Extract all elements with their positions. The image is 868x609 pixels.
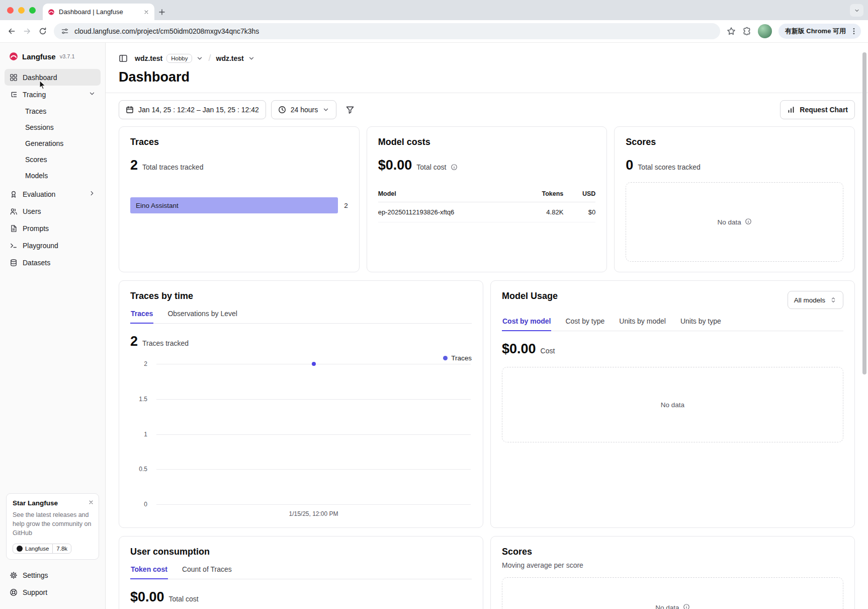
tab-units-by-type[interactable]: Units by type [680,317,722,331]
sidebar-item-evaluation[interactable]: Evaluation [5,186,101,202]
extensions-button[interactable] [742,27,751,36]
window-controls [0,0,43,20]
org-name[interactable]: wdz.test [135,54,162,62]
tab-count-of-traces[interactable]: Count of Traces [182,565,232,579]
model-usage-tabs: Cost by model Cost by type Units by mode… [502,317,843,331]
evaluation-icon [10,190,18,198]
tab-search-button[interactable] [850,4,863,17]
reload-button[interactable] [38,27,47,36]
minimize-window-button[interactable] [18,7,25,14]
sidebar-item-tracing[interactable]: Tracing [5,86,101,103]
chevron-down-icon[interactable] [248,55,255,62]
breadcrumb-separator: / [207,53,212,63]
chart-y-axis: 00.511.52 [130,364,152,504]
card-title: Traces by time [130,291,472,301]
sidebar-item-generations[interactable]: Generations [5,135,101,151]
github-star-button[interactable]: Langfuse 7.8k [13,544,71,554]
tracing-icon [10,91,18,99]
chrome-update-label: 有新版 Chrome 可用 [785,27,846,36]
back-arrow-icon [7,27,16,36]
model-usage-card: Model Usage All models Cost by model Cos… [490,280,855,528]
sidebar-item-label: Scores [25,156,47,164]
page-title: Dashboard [106,63,868,85]
sidebar-item-dashboard[interactable]: Dashboard [5,69,101,86]
sidebar-item-support[interactable]: Support [5,584,101,600]
user-consumption-card: User consumption Token cost Count of Tra… [119,536,483,609]
model-costs-card: Model costs $0.00 Total cost Model Token… [367,126,607,272]
trace-name-bar-row: Eino Assistant 2 [130,197,348,213]
promo-title: Star Langfuse [13,499,93,507]
sidebar-toggle-button[interactable] [119,54,128,63]
tab-cost-by-type[interactable]: Cost by type [565,317,605,331]
browser-menu-button[interactable] [850,27,858,35]
plan-badge: Hobby [166,54,192,63]
sidebar-item-models[interactable]: Models [5,168,101,183]
column-header: Tokens [517,190,563,202]
chrome-update-chip[interactable]: 有新版 Chrome 可用 [778,24,861,39]
sidebar-item-scores[interactable]: Scores [5,151,101,167]
filter-button[interactable] [341,100,359,119]
sidebar-item-traces[interactable]: Traces [5,103,101,119]
sidebar-item-label: Datasets [23,259,50,267]
scores-caption: Total scores tracked [638,163,701,171]
sidebar-item-datasets[interactable]: Datasets [5,254,101,271]
time-window-dropdown[interactable]: 24 hours [271,100,336,119]
usd-cell: $0 [563,202,595,222]
card-title: Traces [130,137,348,147]
sidebar-item-settings[interactable]: Settings [5,567,101,583]
close-window-button[interactable] [7,7,14,14]
time-window-value: 24 hours [291,106,318,114]
scores-card: Scores 0 Total scores tracked No data [614,126,855,272]
sidebar-item-prompts[interactable]: Prompts [5,220,101,237]
table-row[interactable]: ep-20250112193826-xftq6 4.82K $0 [378,202,596,222]
sidebar-item-playground[interactable]: Playground [5,237,101,254]
request-chart-button[interactable]: Request Chart [780,100,855,119]
tab-observations-by-level[interactable]: Observations by Level [167,310,238,323]
back-button[interactable] [7,27,16,36]
forward-arrow-icon [23,27,32,36]
project-name[interactable]: wdz.test [216,54,244,62]
chart-legend: Traces [130,354,472,362]
no-data-placeholder: No data [502,577,843,609]
card-title: Model costs [378,137,596,147]
tab-cost-by-model[interactable]: Cost by model [502,317,551,331]
bookmark-button[interactable] [727,27,736,36]
traces-caption: Total traces tracked [142,163,203,171]
sidebar-item-users[interactable]: Users [5,203,101,219]
close-promo-button[interactable] [88,498,94,507]
playground-icon [10,242,18,250]
datasets-icon [10,259,18,267]
chart-data-point[interactable] [312,362,316,366]
forward-button[interactable] [23,27,32,36]
sidebar-item-label: Evaluation [23,190,55,198]
zoom-window-button[interactable] [29,7,36,14]
bar-chart-icon [787,106,795,114]
mouse-cursor [38,80,48,90]
column-header: Model [378,190,517,202]
sidebar-item-sessions[interactable]: Sessions [5,119,101,135]
address-bar[interactable]: cloud.langfuse.com/project/cm50idm0208mx… [54,23,720,39]
tab-token-cost[interactable]: Token cost [130,565,168,579]
info-icon[interactable] [745,218,752,226]
usage-cost-value: $0.00 [502,341,536,357]
dashboard-grid: Traces 2 Total traces tracked Eino Assis… [106,119,868,609]
info-icon[interactable] [683,603,690,609]
sidebar-item-label: Sessions [25,123,54,131]
scores-total: 0 [626,158,633,173]
site-settings-icon[interactable] [61,27,69,35]
tab-units-by-model[interactable]: Units by model [619,317,666,331]
trace-name-bar[interactable]: Eino Assistant [130,197,338,213]
card-title: Model Usage [502,291,558,301]
info-icon[interactable] [451,164,458,173]
date-range-picker[interactable]: Jan 14, 25 : 12:42 – Jan 15, 25 : 12:42 [119,100,266,119]
new-tab-button[interactable] [154,4,169,20]
model-filter-select[interactable]: All models [788,291,843,309]
page-scrollbar[interactable] [862,52,866,374]
tab-traces[interactable]: Traces [130,310,153,323]
browser-tab[interactable]: Dashboard | Langfuse [43,4,154,20]
model-costs-table: Model Tokens USD ep-20250112193826-xftq6… [378,190,596,222]
close-tab-icon[interactable] [143,9,149,15]
chevron-down-icon[interactable] [196,55,203,62]
profile-avatar[interactable] [758,24,772,38]
browser-toolbar: cloud.langfuse.com/project/cm50idm0208mx… [0,20,868,43]
